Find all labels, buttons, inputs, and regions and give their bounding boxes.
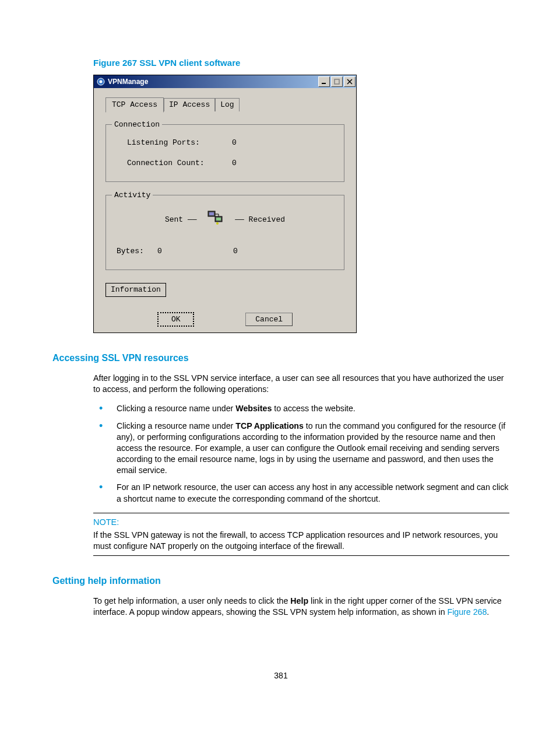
minimize-icon[interactable] [318, 76, 330, 87]
help-text-end: . [487, 607, 489, 617]
svg-rect-2 [322, 83, 326, 84]
connection-group: Connection Listening Ports: 0 Connection… [105, 124, 344, 182]
figure-268-link[interactable]: Figure 268 [448, 607, 487, 617]
bytes-sent-value: 0 [157, 246, 233, 257]
connection-count-value: 0 [232, 158, 279, 169]
information-button[interactable]: Information [105, 283, 166, 297]
tab-log[interactable]: Log [215, 98, 239, 111]
connection-count-label: Connection Count: [117, 158, 232, 169]
bullet-ip-network: For an IP network resource, the user can… [93, 482, 509, 504]
note-text: If the SSL VPN gateway is not the firewa… [93, 530, 509, 552]
listening-ports-label: Listening Ports: [117, 138, 232, 148]
bullet1-text-a: Clicking a resource name under [117, 404, 235, 413]
close-icon[interactable] [344, 76, 356, 87]
titlebar-text: VPNManage [108, 77, 148, 86]
tab-tcp-access[interactable]: TCP Access [105, 97, 164, 113]
titlebar: VPNManage [94, 75, 356, 88]
network-computers-icon [207, 219, 229, 228]
help-bold: Help [290, 596, 308, 606]
bullet1-bold: Websites [235, 404, 272, 413]
cancel-button[interactable]: Cancel [245, 313, 293, 327]
svg-rect-3 [335, 79, 339, 84]
app-icon [96, 77, 105, 86]
note-label: NOTE: [93, 517, 509, 528]
bullet1-text-c: to access the website. [272, 404, 356, 413]
vpnmanage-dialog: VPNManage TCP AccessIP AccessLog Connect… [93, 75, 357, 333]
tab-strip: TCP AccessIP AccessLog [105, 97, 344, 113]
activity-group: Activity Sent —— —— [105, 195, 344, 270]
svg-rect-5 [209, 212, 214, 215]
line-left-icon: —— [188, 215, 201, 224]
page-number: 381 [52, 670, 509, 681]
bullet-websites: Clicking a resource name under Websites … [93, 403, 509, 414]
activity-legend: Activity [112, 190, 153, 201]
svg-rect-7 [216, 218, 221, 220]
sent-label: Sent [165, 215, 183, 224]
tab-ip-access[interactable]: IP Access [164, 98, 215, 111]
bullet2-bold: TCP Applications [235, 421, 304, 430]
listening-ports-value: 0 [232, 138, 279, 148]
maximize-icon[interactable] [331, 76, 343, 87]
help-paragraph: To get help information, a user only nee… [93, 596, 509, 618]
help-text-a: To get help information, a user only nee… [93, 596, 290, 606]
heading-accessing-resources: Accessing SSL VPN resources [52, 352, 509, 365]
line-right-icon: —— [235, 215, 248, 224]
ok-button[interactable]: OK [157, 312, 195, 327]
note-box: NOTE: If the SSL VPN gateway is not the … [93, 513, 509, 556]
svg-point-1 [100, 80, 103, 83]
connection-legend: Connection [112, 120, 162, 130]
received-label: Received [249, 215, 285, 224]
figure-caption: Figure 267 SSL VPN client software [93, 57, 509, 69]
bytes-received-value: 0 [233, 246, 238, 257]
bullet2-text-a: Clicking a resource name under [117, 421, 235, 430]
bytes-label: Bytes: [117, 246, 157, 257]
bullet-tcp-applications: Clicking a resource name under TCP Appli… [93, 421, 509, 477]
heading-getting-help: Getting help information [52, 575, 509, 587]
intro-paragraph: After logging in to the SSL VPN service … [93, 373, 509, 395]
svg-point-8 [216, 222, 219, 225]
